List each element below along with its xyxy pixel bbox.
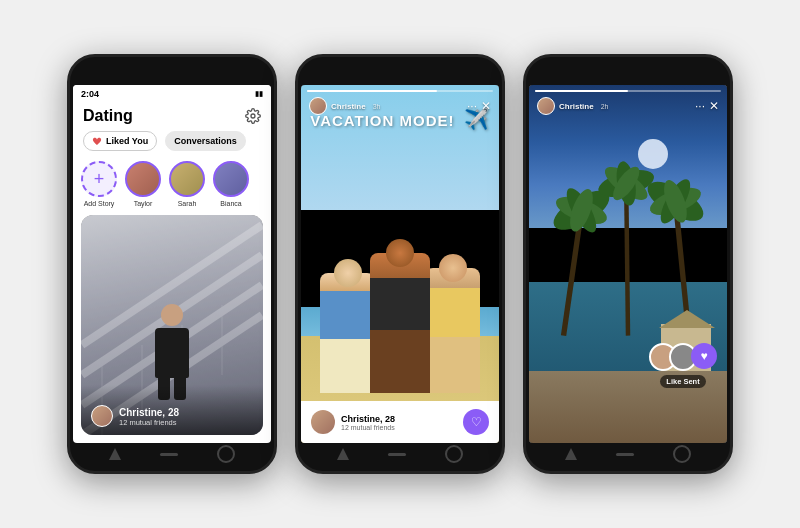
person-1 xyxy=(320,273,375,393)
back-nav-icon-3[interactable] xyxy=(565,448,577,460)
story-user-info: Christine 3h xyxy=(309,97,380,115)
story-screen-beach: VACATION MODE! ✈️ Christine 3h ··· ✕ xyxy=(301,85,499,443)
add-story-avatar: + xyxy=(81,161,117,197)
svg-point-0 xyxy=(251,114,255,118)
recents-nav-icon-3[interactable] xyxy=(673,445,691,463)
story-actions-3: ··· ✕ xyxy=(695,99,719,113)
like-sent-heart-icon: ♥ xyxy=(691,343,717,369)
battery-icon: ▮▮ xyxy=(255,90,263,98)
gear-icon[interactable] xyxy=(245,108,261,124)
person-3 xyxy=(425,268,480,393)
story-avatar-bianca xyxy=(213,161,249,197)
story-time-3: 2h xyxy=(601,103,609,110)
phone-1: 2:04 ▮▮ Dating Liked You xyxy=(67,54,277,474)
status-time: 2:04 xyxy=(81,89,99,99)
person-2-head xyxy=(386,239,414,267)
home-nav-icon[interactable] xyxy=(160,453,178,456)
story-label-taylor: Taylor xyxy=(134,200,153,207)
heart-sent-icon: ♥ xyxy=(700,349,707,363)
tab-liked-label: Liked You xyxy=(106,136,148,146)
person-1-head xyxy=(334,259,362,287)
add-story-item[interactable]: + Add Story xyxy=(81,161,117,207)
story-progress-fill-3 xyxy=(535,90,628,92)
app-title: Dating xyxy=(83,107,133,125)
recents-nav-icon-2[interactable] xyxy=(445,445,463,463)
story-user-avatar xyxy=(309,97,327,115)
heart-icon xyxy=(92,137,102,146)
profile-info-bar: Christine, 28 12 mutual friends xyxy=(81,385,263,435)
story-avatar-sarah xyxy=(169,161,205,197)
person-2 xyxy=(370,253,430,393)
story-user-avatar-3 xyxy=(537,97,555,115)
stories-row: + Add Story Taylor Sarah Bianca xyxy=(73,157,271,215)
story-label-bianca: Bianca xyxy=(220,200,241,207)
tab-liked-you[interactable]: Liked You xyxy=(83,131,157,151)
person-head xyxy=(161,304,183,326)
phone-2-screen: VACATION MODE! ✈️ Christine 3h ··· ✕ xyxy=(301,85,499,443)
story-user-name: Christine xyxy=(331,102,366,111)
story-user-name-3: Christine xyxy=(559,102,594,111)
status-icons: ▮▮ xyxy=(255,90,263,98)
story-more-icon[interactable]: ··· xyxy=(467,99,477,113)
story-time: 3h xyxy=(373,103,381,110)
story-bottom-name: Christine, 28 xyxy=(341,414,457,424)
story-avatar-taylor xyxy=(125,161,161,197)
story-header: Christine 3h ··· ✕ xyxy=(301,95,499,117)
dating-screen: 2:04 ▮▮ Dating Liked You xyxy=(73,85,271,443)
person-3-head xyxy=(439,254,467,282)
like-sent-badge: ♥ Like Sent xyxy=(649,343,717,388)
story-progress-bar-3 xyxy=(535,90,721,92)
story-progress-fill xyxy=(307,90,437,92)
back-nav-icon[interactable] xyxy=(109,448,121,460)
tab-row: Liked You Conversations xyxy=(73,129,271,157)
story-bianca[interactable]: Bianca xyxy=(213,161,249,207)
tab-conversations[interactable]: Conversations xyxy=(165,131,246,151)
back-nav-icon-2[interactable] xyxy=(337,448,349,460)
phone-2-nav xyxy=(298,441,502,467)
add-story-label: Add Story xyxy=(84,200,115,207)
phone-1-nav xyxy=(70,441,274,467)
conversations-label: Conversations xyxy=(174,136,237,146)
recents-nav-icon[interactable] xyxy=(217,445,235,463)
like-sent-avatars: ♥ xyxy=(649,343,717,371)
profile-mutual: 12 mutual friends xyxy=(119,418,253,427)
like-button[interactable]: ♡ xyxy=(463,409,489,435)
story-more-icon-3[interactable]: ··· xyxy=(695,99,705,113)
like-heart-icon: ♡ xyxy=(471,415,482,429)
profile-card[interactable]: Christine, 28 12 mutual friends xyxy=(81,215,263,435)
story-close-icon-3[interactable]: ✕ xyxy=(709,99,719,113)
phone-3-nav xyxy=(526,441,730,467)
story-bottom-card: Christine, 28 12 mutual friends ♡ xyxy=(301,401,499,443)
home-nav-icon-2[interactable] xyxy=(388,453,406,456)
story-bottom-text: Christine, 28 12 mutual friends xyxy=(341,414,457,431)
svg-line-19 xyxy=(626,183,628,335)
add-icon: + xyxy=(94,170,105,188)
phone-3-screen: Christine 2h ··· ✕ ♥ xyxy=(529,85,727,443)
story-taylor[interactable]: Taylor xyxy=(125,161,161,207)
profile-name: Christine, 28 xyxy=(119,407,253,418)
phone-2: VACATION MODE! ✈️ Christine 3h ··· ✕ xyxy=(295,54,505,474)
story-user-info-3: Christine 2h xyxy=(537,97,608,115)
like-sent-label: Like Sent xyxy=(660,375,705,388)
resort-roof xyxy=(659,310,715,328)
story-progress-bar xyxy=(307,90,493,92)
story-bottom-avatar xyxy=(311,410,335,434)
phone-1-screen: 2:04 ▮▮ Dating Liked You xyxy=(73,85,271,443)
story-actions: ··· ✕ xyxy=(467,99,491,113)
profile-text: Christine, 28 12 mutual friends xyxy=(119,407,253,427)
group-photo xyxy=(301,185,499,393)
home-nav-icon-3[interactable] xyxy=(616,453,634,456)
story-bottom-mutual: 12 mutual friends xyxy=(341,424,457,431)
story-header-3: Christine 2h ··· ✕ xyxy=(529,95,727,117)
status-bar: 2:04 ▮▮ xyxy=(73,85,271,101)
profile-mini-avatar xyxy=(91,405,113,427)
phone-3: Christine 2h ··· ✕ ♥ xyxy=(523,54,733,474)
story-close-icon[interactable]: ✕ xyxy=(481,99,491,113)
dating-header: Dating xyxy=(73,101,271,129)
person-body xyxy=(155,328,189,378)
story-sarah[interactable]: Sarah xyxy=(169,161,205,207)
resort-screen: Christine 2h ··· ✕ ♥ xyxy=(529,85,727,443)
story-label-sarah: Sarah xyxy=(178,200,197,207)
